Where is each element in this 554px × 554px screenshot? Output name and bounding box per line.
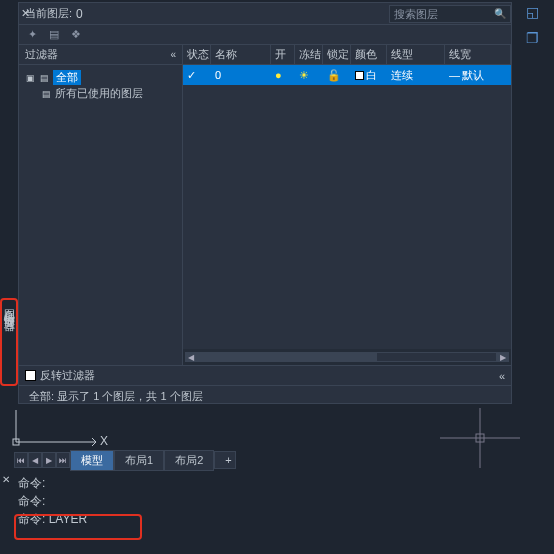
filter-pane: 过滤器 « ▣ ▤ 全部 ▤ 所有已使用的图层 xyxy=(19,45,183,365)
tab-layout2[interactable]: 布局2 xyxy=(164,450,214,471)
ucs-icon: X xyxy=(10,406,110,453)
collapse-icon[interactable]: « xyxy=(499,370,505,382)
close-icon[interactable]: ✕ xyxy=(21,7,30,20)
sun-icon: ☀ xyxy=(299,69,309,82)
crosshair-cursor xyxy=(440,408,520,471)
command-line: 命令: xyxy=(4,474,550,492)
filter-tree: ▣ ▤ 全部 ▤ 所有已使用的图层 xyxy=(19,65,182,365)
scroll-thumb[interactable] xyxy=(198,353,377,361)
cell-color[interactable]: 白 xyxy=(351,65,387,85)
col-on[interactable]: 开 xyxy=(271,45,295,64)
color-swatch xyxy=(355,71,364,80)
filter-header-label: 过滤器 xyxy=(25,47,58,62)
scroll-track[interactable] xyxy=(197,352,497,362)
new-layer-icon[interactable]: ✦ xyxy=(25,28,39,42)
tab-model[interactable]: 模型 xyxy=(70,450,114,471)
cell-lock[interactable]: 🔓 xyxy=(323,65,351,85)
command-line-input[interactable]: 命令: LAYER xyxy=(4,510,550,528)
bulb-icon: ● xyxy=(275,69,282,81)
folder-icon: ▤ xyxy=(39,72,50,83)
cell-name: 0 xyxy=(211,65,271,85)
col-color[interactable]: 颜色 xyxy=(351,45,387,64)
filter-icon[interactable]: ❖ xyxy=(69,28,83,42)
panel-status: 全部: 显示了 1 个图层，共 1 个图层 xyxy=(19,385,511,407)
col-lineweight[interactable]: 线宽 xyxy=(445,45,511,64)
lock-icon: 🔓 xyxy=(327,69,341,82)
collapse-icon[interactable]: « xyxy=(170,49,176,60)
tab-add-button[interactable]: + xyxy=(214,451,236,469)
filter-header[interactable]: 过滤器 « xyxy=(19,45,182,65)
tree-child-label: 所有已使用的图层 xyxy=(55,86,143,101)
ucs-x-label: X xyxy=(100,434,108,448)
col-lock[interactable]: 锁定 xyxy=(323,45,351,64)
current-layer-label: 当前图层: xyxy=(25,6,72,21)
col-freeze[interactable]: 冻结 xyxy=(295,45,323,64)
tree-root-row[interactable]: ▣ ▤ 全部 xyxy=(23,69,83,86)
invert-label: 反转过滤器 xyxy=(40,368,95,383)
command-line: 命令: xyxy=(4,492,550,510)
tab-prev-icon[interactable]: ◀ xyxy=(28,452,42,468)
layer-row[interactable]: ✓ 0 ● ☀ 🔓 白 连续 — 默认 xyxy=(183,65,511,85)
col-status[interactable]: 状态 xyxy=(183,45,211,64)
tab-last-icon[interactable]: ⏭ xyxy=(56,452,70,468)
col-linetype[interactable]: 线型 xyxy=(387,45,445,64)
layout-tabs: ⏮ ◀ ▶ ⏭ 模型 布局1 布局2 + xyxy=(14,450,236,470)
scroll-right-icon[interactable]: ▶ xyxy=(497,352,509,362)
scroll-left-icon[interactable]: ◀ xyxy=(185,352,197,362)
search-input[interactable]: 搜索图层 🔍 xyxy=(389,5,511,23)
color-label: 白 xyxy=(366,68,377,83)
cell-on[interactable]: ● xyxy=(271,65,295,85)
new-group-icon[interactable]: ▤ xyxy=(47,28,61,42)
current-layer-value: 0 xyxy=(76,7,83,21)
cell-freeze[interactable]: ☀ xyxy=(295,65,323,85)
tab-next-icon[interactable]: ▶ xyxy=(42,452,56,468)
lineweight-label: 默认 xyxy=(462,68,484,83)
col-name[interactable]: 名称 xyxy=(211,45,271,64)
tab-layout1[interactable]: 布局1 xyxy=(114,450,164,471)
tree-child-row[interactable]: ▤ 所有已使用的图层 xyxy=(41,86,178,101)
cell-lineweight[interactable]: — 默认 xyxy=(445,65,511,85)
expand-icon[interactable]: ▣ xyxy=(25,72,36,83)
layer-properties-panel: ✕ 当前图层: 0 搜索图层 🔍 ✦ ▤ ❖ 过滤器 « ▣ ▤ 全部 xyxy=(18,2,512,404)
right-toolbar: ◱ ❐ xyxy=(512,2,552,48)
folder-icon: ▤ xyxy=(41,88,52,99)
invert-checkbox[interactable] xyxy=(25,370,36,381)
panel-side-title: 图层特性管理器 xyxy=(2,300,17,314)
panel-toolbar: ✦ ▤ ❖ xyxy=(19,25,511,45)
cell-linetype[interactable]: 连续 xyxy=(387,65,445,85)
layer-list-header: 状态 名称 开 冻结 锁定 颜色 线型 线宽 xyxy=(183,45,511,65)
layer-list-body xyxy=(183,85,511,349)
horizontal-scrollbar[interactable]: ◀ ▶ xyxy=(183,349,511,365)
layer-list-pane: 状态 名称 开 冻结 锁定 颜色 线型 线宽 ✓ 0 ● ☀ 🔓 白 连续 — … xyxy=(183,45,511,365)
command-area[interactable]: 命令: 命令: 命令: LAYER xyxy=(4,474,550,528)
check-icon: ✓ xyxy=(187,69,196,82)
search-icon: 🔍 xyxy=(494,6,506,22)
panel-header: 当前图层: 0 搜索图层 🔍 xyxy=(19,3,511,25)
tab-nav: ⏮ ◀ ▶ ⏭ xyxy=(14,452,70,468)
invert-filter-row[interactable]: 反转过滤器 « xyxy=(19,365,511,385)
search-placeholder: 搜索图层 xyxy=(394,6,438,22)
cell-status: ✓ xyxy=(183,65,211,85)
overlap-icon[interactable]: ❐ xyxy=(522,28,542,48)
restore-icon[interactable]: ◱ xyxy=(522,2,542,22)
tree-root-label: 全部 xyxy=(53,70,81,85)
tab-first-icon[interactable]: ⏮ xyxy=(14,452,28,468)
